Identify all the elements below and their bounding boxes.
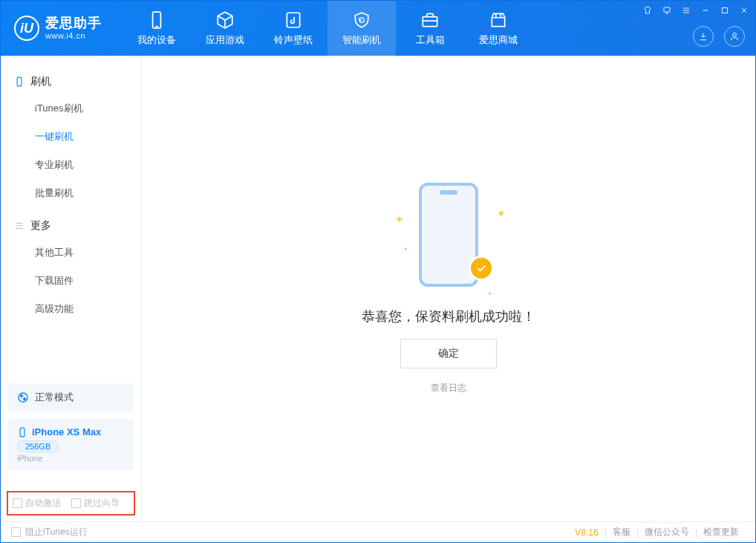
body: 刷机 iTunes刷机 一键刷机 专业刷机 批量刷机 更多 其他工具 下载固件 …: [1, 56, 755, 521]
menu-icon[interactable]: [681, 5, 691, 16]
store-icon: [489, 10, 508, 30]
checkbox-icon: [11, 527, 21, 537]
checkbox-label: 跳过向导: [84, 497, 120, 510]
tab-my-device[interactable]: 我的设备: [123, 1, 191, 56]
header-right: [693, 26, 745, 47]
header: iU 爱思助手 www.i4.cn 我的设备 应用游戏 铃声壁纸 智能刷机: [1, 1, 755, 56]
list-icon: [14, 221, 25, 231]
mode-label: 正常模式: [35, 391, 74, 404]
device-type: iPhone: [17, 454, 125, 463]
tab-label: 铃声壁纸: [274, 33, 313, 47]
sparkle-icon: ✦: [403, 246, 408, 253]
tab-store[interactable]: 爱思商城: [464, 1, 532, 56]
tab-apps[interactable]: 应用游戏: [191, 1, 259, 56]
sidebar-group-flash: 刷机: [1, 69, 141, 94]
device-card[interactable]: iPhone XS Max 256GB iPhone: [8, 419, 134, 470]
tab-label: 我的设备: [137, 33, 176, 47]
tab-flash[interactable]: 智能刷机: [328, 1, 396, 56]
footer: 阻止iTunes运行 V8.16 | 客服 | 微信公众号 | 检查更新: [1, 521, 755, 542]
sidebar-bottom: 正常模式 iPhone XS Max 256GB iPhone: [1, 376, 141, 485]
success-message: 恭喜您，保资料刷机成功啦！: [362, 308, 535, 325]
checkbox-block-itunes[interactable]: 阻止iTunes运行: [11, 526, 88, 539]
app-window: iU 爱思助手 www.i4.cn 我的设备 应用游戏 铃声壁纸 智能刷机: [0, 0, 756, 543]
success-check-icon: [469, 256, 494, 281]
tab-toolbox[interactable]: 工具箱: [396, 1, 464, 56]
tab-label: 工具箱: [416, 33, 445, 47]
svg-rect-5: [664, 7, 670, 12]
svg-rect-11: [20, 428, 25, 437]
view-log-link[interactable]: 查看日志: [431, 382, 466, 394]
toolbox-icon: [420, 10, 440, 30]
account-button[interactable]: [724, 26, 745, 47]
tab-ringtones[interactable]: 铃声壁纸: [259, 1, 328, 56]
skin-icon[interactable]: [642, 5, 653, 16]
logo: iU 爱思助手 www.i4.cn: [1, 16, 115, 41]
sidebar-item-batch-flash[interactable]: 批量刷机: [1, 179, 141, 207]
sidebar-item-firmware[interactable]: 下载固件: [1, 267, 141, 295]
tab-label: 爱思商城: [479, 33, 518, 47]
sparkle-icon: ✦: [496, 207, 506, 221]
main-content: ✦ ✦ ✦ ✦ 恭喜您，保资料刷机成功啦！ 确定 查看日志: [142, 56, 755, 521]
checkbox-icon: [71, 498, 81, 508]
download-icon: [698, 31, 708, 42]
options-row: 自动激活 跳过向导: [7, 491, 135, 516]
svg-rect-2: [287, 13, 299, 27]
svg-rect-3: [423, 16, 437, 26]
svg-rect-6: [723, 8, 728, 13]
refresh-shield-icon: [352, 10, 371, 30]
sparkle-icon: ✦: [487, 290, 492, 297]
sidebar-item-itunes-flash[interactable]: iTunes刷机: [1, 94, 141, 123]
sidebar: 刷机 iTunes刷机 一键刷机 专业刷机 批量刷机 更多 其他工具 下载固件 …: [1, 56, 142, 521]
sidebar-group-label: 刷机: [30, 75, 51, 88]
sidebar-group-more: 更多: [1, 213, 141, 238]
sidebar-group-label: 更多: [30, 219, 51, 233]
checkbox-label: 阻止iTunes运行: [25, 526, 88, 539]
logo-mark-icon: iU: [14, 16, 39, 41]
music-icon: [284, 10, 303, 30]
sidebar-item-other-tools[interactable]: 其他工具: [1, 238, 141, 267]
tab-label: 应用游戏: [206, 33, 244, 47]
checkbox-auto-activate[interactable]: 自动激活: [13, 497, 61, 510]
maximize-icon[interactable]: [720, 5, 730, 16]
sparkle-icon: ✦: [394, 212, 404, 227]
wechat-link[interactable]: 微信公众号: [639, 526, 695, 539]
svg-rect-7: [17, 77, 22, 86]
svg-rect-0: [153, 12, 161, 28]
tab-label: 智能刷机: [342, 33, 381, 47]
mode-card[interactable]: 正常模式: [8, 383, 134, 412]
window-controls: [642, 5, 749, 16]
svg-point-4: [733, 33, 737, 36]
svg-point-9: [21, 395, 23, 397]
confirm-button[interactable]: 确定: [400, 339, 497, 368]
check-update-link[interactable]: 检查更新: [697, 526, 745, 539]
device-capacity: 256GB: [17, 440, 59, 452]
svg-point-10: [24, 398, 26, 400]
close-icon[interactable]: [739, 5, 749, 16]
download-button[interactable]: [693, 26, 714, 47]
user-icon: [729, 31, 740, 42]
sidebar-item-pro-flash[interactable]: 专业刷机: [1, 151, 141, 179]
header-tabs: 我的设备 应用游戏 铃声壁纸 智能刷机 工具箱 爱思商城: [123, 1, 532, 56]
phone-icon: [14, 77, 25, 87]
mode-icon: [17, 391, 29, 403]
app-subtitle: www.i4.cn: [45, 31, 102, 40]
device-name: iPhone XS Max: [32, 426, 101, 438]
app-title: 爱思助手: [45, 16, 102, 31]
device-icon: [147, 10, 166, 30]
device-icon: [17, 427, 27, 438]
checkbox-label: 自动激活: [25, 497, 61, 510]
sidebar-item-onekey-flash[interactable]: 一键刷机: [1, 123, 141, 151]
cube-icon: [215, 10, 235, 30]
support-link[interactable]: 客服: [607, 526, 636, 539]
feedback-icon[interactable]: [662, 5, 672, 16]
sidebar-item-advanced[interactable]: 高级功能: [1, 295, 141, 323]
version-label: V8.16: [569, 527, 604, 538]
minimize-icon[interactable]: [700, 5, 711, 16]
svg-point-8: [19, 393, 27, 402]
checkbox-skip-guide[interactable]: 跳过向导: [71, 497, 120, 510]
checkbox-icon: [13, 498, 22, 508]
success-illustration: ✦ ✦ ✦ ✦: [408, 183, 489, 294]
